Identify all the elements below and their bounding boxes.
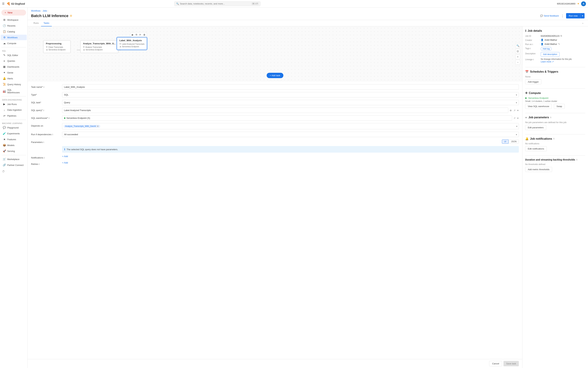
sidebar-item-job-runs[interactable]: ▶ Job Runs — [1, 101, 27, 107]
run-as-edit-icon[interactable]: ✎ — [558, 43, 560, 45]
edit-parameters-button[interactable]: Edit parameters — [525, 125, 546, 130]
sql-query-open-icon[interactable]: ↗ — [513, 109, 516, 112]
run-now-dropdown-button[interactable]: ▾ — [580, 13, 585, 18]
sidebar-item-serving[interactable]: 🚀 Serving — [1, 148, 27, 154]
sidebar-item-sql-warehouses[interactable]: 🏭 SQL Warehouses — [1, 87, 27, 95]
schedules-none: None — [525, 75, 585, 78]
breadcrumb-jobs[interactable]: Jobs — [43, 10, 47, 12]
no-notifications-text: No notifications — [525, 142, 585, 145]
sidebar-item-pipelines[interactable]: ⇌ Pipelines — [1, 113, 27, 119]
sql-warehouse-open-icon[interactable]: ↗ — [513, 116, 516, 120]
collapse-icon[interactable]: › — [581, 20, 585, 26]
more-options-button[interactable]: ⋮ — [560, 13, 565, 18]
sql-query-info-icon: ℹ — [43, 109, 44, 111]
run-now-button-group: Run now ▾ — [566, 13, 585, 18]
task-run-button[interactable]: ▶ — [131, 33, 134, 36]
account-id[interactable]: 6051921418418893 — [557, 3, 575, 5]
learn-more-icon: ↗ — [552, 61, 554, 63]
tab-runs[interactable]: Runs — [31, 20, 41, 26]
sidebar: ＋ New ⊞ Workspace 🕐 Recents 📋 Catalog ⚙ … — [0, 8, 28, 368]
save-task-button[interactable]: Save task — [504, 361, 519, 366]
sidebar-item-recents[interactable]: 🕐 Recents — [1, 23, 27, 28]
cancel-button[interactable]: Cancel — [489, 361, 502, 366]
graph-zoom-in-button[interactable]: + — [515, 54, 520, 59]
features-icon: ★ — [3, 138, 6, 141]
task-delete-button[interactable]: 🗑 — [142, 33, 146, 36]
sidebar-item-data-ingestion[interactable]: ↓ Data Ingestion — [1, 107, 27, 113]
task-name-input[interactable] — [62, 84, 519, 90]
sidebar-item-genie[interactable]: ✦ Genie — [1, 70, 27, 75]
sql-warehouse-dropdown-icon[interactable]: ▾ — [517, 116, 519, 120]
sql-query-field: ⊕ ↗ ▾ — [62, 108, 519, 113]
params-toggle-json[interactable]: JSON — [509, 139, 519, 144]
menu-icon[interactable]: ☰ — [2, 2, 4, 5]
breadcrumb-workflows[interactable]: Workflows — [31, 10, 41, 12]
swap-button[interactable]: Swap — [554, 104, 565, 109]
params-toggle-ui[interactable]: UI — [502, 139, 508, 144]
add-task-button[interactable]: + Add task — [267, 73, 283, 78]
learn-more-text: Learn more — [541, 61, 551, 63]
workspace-icon: ⊞ — [3, 18, 6, 21]
task-copy-button[interactable]: ⧉ — [135, 33, 138, 36]
run-if-select[interactable]: All succeeded — [62, 132, 519, 137]
params-info-msg: The selected SQL query does not have par… — [67, 148, 118, 151]
graph-zoom-out-button[interactable]: − — [515, 60, 520, 65]
send-feedback-button[interactable]: 💬 Send feedback — [540, 15, 559, 17]
type-select[interactable]: SQL — [62, 92, 519, 97]
sidebar-item-dashboards[interactable]: ▦ Dashboards — [1, 64, 27, 70]
sidebar-item-models[interactable]: 📦 Models — [1, 142, 27, 148]
sidebar-item-workflows[interactable]: ⚙ Workflows — [1, 35, 27, 40]
sidebar-item-compute[interactable]: ☁ Compute — [1, 41, 27, 46]
sidebar-item-partner-connect[interactable]: 🔗 Partner Connect — [1, 162, 27, 168]
sidebar-item-label: Data Ingestion — [7, 109, 22, 111]
sidebar-item-query-history[interactable]: 📜 Query History — [1, 82, 27, 87]
sidebar-item-sql-editor[interactable]: ✎ SQL Editor — [1, 52, 27, 58]
sidebar-item-workspace[interactable]: ⊞ Workspace — [1, 17, 27, 23]
sidebar-item-queries[interactable]: ≡ Queries — [1, 58, 27, 64]
edit-notifications-button[interactable]: Edit notifications — [525, 146, 547, 151]
job-id-copy-icon[interactable]: ⧉ — [560, 35, 562, 37]
view-sql-warehouse-button[interactable]: View SQL warehouse — [525, 104, 552, 109]
sql-warehouses-icon: 🏭 — [3, 90, 6, 93]
graph-fit-button[interactable]: ⊡ — [515, 49, 520, 54]
node-row2-text: Serverless Endpoint — [48, 49, 65, 51]
tab-tasks[interactable]: Tasks — [41, 20, 52, 26]
sql-query-link-icon[interactable]: ⊕ — [509, 109, 512, 112]
add-trigger-button[interactable]: Add trigger — [525, 79, 541, 84]
run-now-button[interactable]: Run now — [566, 13, 580, 18]
sidebar-item-experiments[interactable]: 🧪 Experiments — [1, 131, 27, 136]
retries-add-link[interactable]: + Add — [62, 161, 519, 164]
form-row-type: Type* SQL ▾ — [31, 92, 519, 97]
genie-icon: ✦ — [3, 71, 6, 74]
search-input[interactable] — [180, 2, 251, 5]
sidebar-item-marketplace[interactable]: 🛒 Marketplace — [1, 156, 27, 162]
favorite-icon[interactable]: ☆ — [70, 14, 72, 18]
sql-query-input[interactable] — [62, 108, 508, 113]
task-edit-button[interactable]: ⟳ — [139, 33, 142, 36]
learn-more-link[interactable]: Learn more ↗ — [541, 61, 554, 63]
sql-section-label: SQL — [0, 48, 28, 52]
sidebar-item-features[interactable]: ★ Features — [1, 137, 27, 142]
params-info-icon: ℹ — [43, 141, 44, 143]
avatar[interactable]: A — [581, 1, 586, 6]
task-node-label[interactable]: ▶ ⧉ ⟳ 🗑 Label_With_Analysis ⚙ Label Anal… — [117, 37, 147, 50]
sidebar-item-catalog[interactable]: 📋 Catalog — [1, 29, 27, 34]
sparkle-icon[interactable]: ✦ — [577, 2, 579, 5]
sql-task-select[interactable]: Query — [62, 100, 519, 105]
graph-search-button[interactable]: 🔍 — [515, 43, 520, 48]
new-button[interactable]: ＋ New — [1, 10, 26, 16]
sidebar-item-playground[interactable]: 💬 Playground — [1, 125, 27, 130]
task-node-preprocessing[interactable]: Preprocessing ⚙ Clean Transcripts ☁ Serv… — [43, 40, 71, 53]
notifications-add-link[interactable]: + Add — [62, 155, 519, 158]
compute-endpoint-row: Serverless Endpoint — [525, 97, 585, 99]
add-tag-button[interactable]: Add tag — [541, 47, 551, 51]
sql-query-dropdown-icon[interactable]: ▾ — [517, 109, 519, 112]
depends-chip-remove[interactable]: ✕ — [97, 125, 99, 128]
sidebar-item-alerts[interactable]: 🔔 Alerts — [1, 76, 27, 81]
add-description-button[interactable]: Add description — [541, 52, 560, 56]
feedback-icon: 💬 — [540, 15, 543, 17]
logo-text: E2 Dogfood — [11, 2, 25, 5]
add-metric-thresholds-button[interactable]: Add metric thresholds — [525, 167, 552, 172]
task-node-analyze[interactable]: Analyze_Transcripts_With_G... ⚙ Analyze … — [80, 40, 119, 53]
sidebar-item-label: Playground — [7, 126, 19, 129]
